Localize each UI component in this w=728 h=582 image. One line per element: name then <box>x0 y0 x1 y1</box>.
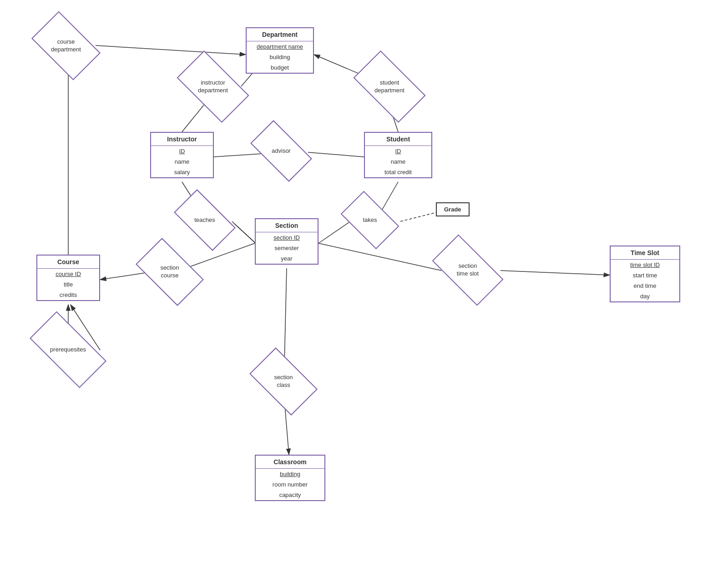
entity-course-title: Course <box>37 256 99 269</box>
attr-timeslot-end: end time <box>611 281 679 291</box>
diamond-section-class-label: sectionclass <box>274 374 293 389</box>
diamond-advisor: advisor <box>254 135 308 167</box>
attr-section-semester: semester <box>256 243 318 253</box>
diamond-section-course-label: sectioncourse <box>160 264 179 280</box>
grade-label: Grade <box>444 206 461 213</box>
attr-instructor-salary: salary <box>151 167 213 177</box>
diamond-teaches: teaches <box>177 204 232 236</box>
diamond-prerequesites-label: prerequesites <box>50 346 86 354</box>
entity-timeslot-title: Time Slot <box>611 246 679 260</box>
attr-department-budget: budget <box>247 62 313 73</box>
svg-line-12 <box>232 221 256 243</box>
diamond-course-department-label: coursedepartment <box>51 38 81 54</box>
attr-department-name: department name <box>247 41 313 52</box>
attr-classroom-building: building <box>256 469 324 479</box>
diamond-instructor-department: instructordepartment <box>181 67 245 106</box>
entity-timeslot: Time Slot time slot ID start time end ti… <box>610 246 680 302</box>
attr-timeslot-day: day <box>611 291 679 301</box>
attr-course-title: title <box>37 279 99 290</box>
entity-instructor-title: Instructor <box>151 133 213 146</box>
diamond-section-timeslot-label: sectiontime slot <box>457 262 479 278</box>
attr-student-name: name <box>365 156 431 167</box>
svg-line-21 <box>284 268 287 364</box>
er-diagram: Department department name building budg… <box>0 0 728 582</box>
svg-line-10 <box>308 152 364 157</box>
attr-classroom-roomnumber: room number <box>256 479 324 490</box>
entity-student-title: Student <box>365 133 431 146</box>
svg-line-19 <box>318 243 441 271</box>
attr-timeslot-id: time slot ID <box>611 260 679 270</box>
attr-student-totalcredit: total credit <box>365 167 431 177</box>
diamond-advisor-label: advisor <box>272 147 291 155</box>
attr-timeslot-start: start time <box>611 270 679 281</box>
attr-classroom-capacity: capacity <box>256 490 324 500</box>
attr-student-id: ID <box>365 146 431 156</box>
attr-section-year: year <box>256 253 318 264</box>
entity-section: Section section ID semester year <box>255 218 318 265</box>
entity-section-title: Section <box>256 219 318 232</box>
svg-line-20 <box>500 271 610 275</box>
svg-line-18 <box>100 273 146 280</box>
entity-classroom: Classroom building room number capacity <box>255 455 325 501</box>
svg-line-16 <box>400 212 437 221</box>
diamond-course-department: coursedepartment <box>36 26 96 65</box>
attr-course-id: course ID <box>37 269 99 279</box>
attr-instructor-name: name <box>151 156 213 167</box>
entity-classroom-title: Classroom <box>256 456 324 469</box>
diamond-instructor-department-label: instructordepartment <box>198 79 228 95</box>
diamond-student-department-label: studentdepartment <box>374 79 404 95</box>
attr-department-building: building <box>247 52 313 62</box>
diamond-section-class: sectionclass <box>254 363 313 400</box>
entity-course: Course course ID title credits <box>36 255 100 301</box>
diamond-takes: takes <box>345 204 395 236</box>
diamond-teaches-label: teaches <box>194 216 215 224</box>
attr-course-credits: credits <box>37 290 99 300</box>
diamond-prerequesites: prerequesites <box>33 331 103 369</box>
diamond-section-course: sectioncourse <box>140 253 199 291</box>
svg-line-2 <box>96 45 246 55</box>
entity-department-title: Department <box>247 28 313 41</box>
diamond-takes-label: takes <box>363 216 377 224</box>
diamond-student-department: studentdepartment <box>358 67 421 106</box>
attr-instructor-id: ID <box>151 146 213 156</box>
entity-instructor: Instructor ID name salary <box>150 132 214 178</box>
diamond-section-timeslot: sectiontime slot <box>436 251 500 289</box>
entity-department: Department department name building budg… <box>246 27 314 74</box>
grade-box: Grade <box>436 202 470 216</box>
entity-student: Student ID name total credit <box>364 132 432 178</box>
attr-section-id: section ID <box>256 232 318 243</box>
